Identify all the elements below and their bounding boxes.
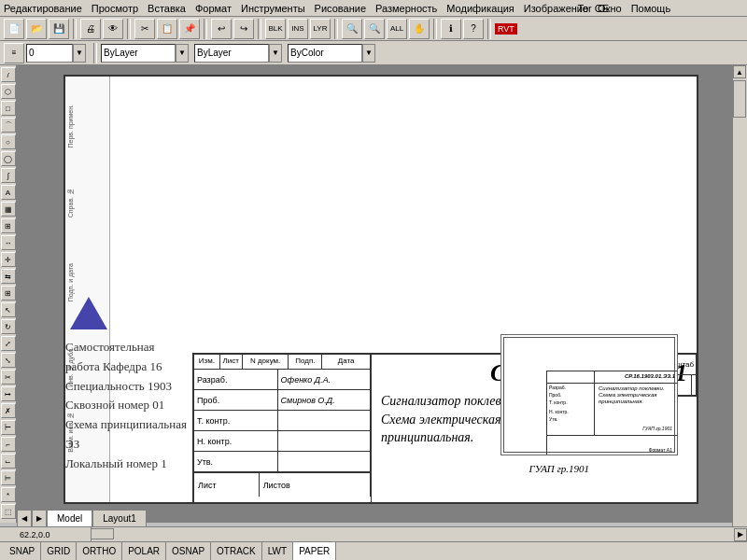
fillet-btn[interactable]: ⌐ <box>1 437 16 452</box>
menu-edit[interactable]: Редактирование <box>4 3 82 14</box>
bylayer2-dropdown[interactable]: ByLayer <box>194 44 269 63</box>
menu-bar: Редактирование Просмотр Вставка Формат И… <box>0 0 747 17</box>
mirror-btn[interactable]: ⇆ <box>1 269 16 284</box>
cell-nkontr-value <box>278 431 371 451</box>
copy-button[interactable]: 📋 <box>157 19 177 39</box>
row-tkontr: Т. контр. <box>194 411 371 431</box>
status-snap[interactable]: SNAP <box>4 542 41 560</box>
new-button[interactable]: 📄 <box>4 19 24 39</box>
menu-tools[interactable]: Инструменты <box>241 3 305 14</box>
tab-bar: ◀ ▶ Model Layout1 <box>17 508 147 526</box>
layer-btn[interactable]: ≡ <box>4 43 24 63</box>
insert-button[interactable]: INS <box>288 19 308 39</box>
zoom-all-button[interactable]: ALL <box>387 19 407 39</box>
col-list: Лист <box>220 353 243 369</box>
cell-tkontr-label: Т. контр. <box>194 411 278 430</box>
break-btn[interactable]: ⊢ <box>1 420 16 435</box>
drawing-sheet: Перв. примен. Справ. № Подп. и дата Инв.… <box>63 75 698 504</box>
stretch-btn[interactable]: ⤡ <box>1 353 16 368</box>
status-lwt[interactable]: LWT <box>262 542 293 560</box>
menu-format[interactable]: Формат <box>195 3 232 14</box>
move-btn[interactable]: ↖ <box>1 302 16 317</box>
status-paper[interactable]: PAPER <box>293 542 336 560</box>
offset-btn[interactable]: ⊨ <box>1 470 16 485</box>
scroll-up-btn[interactable]: ▲ <box>733 65 746 78</box>
tab-nav-right[interactable]: ▶ <box>32 510 47 526</box>
tab-layout1[interactable]: Layout1 <box>92 510 147 526</box>
insert-block-btn[interactable]: ⊞ <box>1 218 16 233</box>
draw-line-btn[interactable]: / <box>1 67 16 82</box>
scroll-right-btn[interactable]: ▶ <box>734 528 747 541</box>
zoom-window-btn[interactable]: ⬚ <box>1 504 16 519</box>
menu-dimension[interactable]: Размерность <box>375 3 437 14</box>
preview-button[interactable]: 👁 <box>103 19 123 39</box>
draw-hatch-btn[interactable]: ▦ <box>1 202 16 217</box>
explode-btn[interactable]: * <box>1 487 16 502</box>
status-polar[interactable]: POLAR <box>122 542 166 560</box>
bycolor-combo-group: ByColor ▼ <box>288 44 375 63</box>
separator-7 <box>487 19 491 39</box>
draw-text-btn[interactable]: A <box>1 185 16 200</box>
tab-model[interactable]: Model <box>47 510 92 526</box>
bylayer1-arrow[interactable]: ▼ <box>176 44 189 63</box>
scale-btn[interactable]: ⤢ <box>1 336 16 351</box>
menu-draw[interactable]: Рисование <box>315 3 366 14</box>
menu-insert[interactable]: Вставка <box>148 3 186 14</box>
save-button[interactable]: 💾 <box>49 19 69 39</box>
layer-dropdown[interactable]: 0 <box>26 44 73 63</box>
pan-button[interactable]: ✋ <box>409 19 430 39</box>
zoom-in-button[interactable]: 🔍 <box>342 19 362 39</box>
properties-button[interactable]: ℹ <box>441 19 461 39</box>
tor-ce-label: Tor CE <box>577 0 609 17</box>
print-button[interactable]: 🖨 <box>80 19 101 39</box>
paste-button[interactable]: 📌 <box>179 19 200 39</box>
draw-arc-btn[interactable]: ⌒ <box>1 118 16 133</box>
bylayer2-arrow[interactable]: ▼ <box>269 44 282 63</box>
cell-razrab-name: Офенко Д.А. <box>278 370 371 389</box>
menu-help[interactable]: Помощь <box>631 3 671 14</box>
open-button[interactable]: 📂 <box>26 19 47 39</box>
menu-modify[interactable]: Модификация <box>446 3 514 14</box>
array-btn[interactable]: ⊞ <box>1 286 16 301</box>
menu-view[interactable]: Просмотр <box>92 3 138 14</box>
bycolor-dropdown[interactable]: ByColor <box>288 44 362 63</box>
separator-5 <box>334 19 338 39</box>
status-ortho[interactable]: ORTHO <box>77 542 122 560</box>
undo-button[interactable]: ↩ <box>211 19 232 39</box>
draw-rect-btn[interactable]: □ <box>1 101 16 116</box>
draw-spline-btn[interactable]: ∫ <box>1 168 16 183</box>
scroll-thumb-v[interactable] <box>733 80 746 118</box>
dimension-btn[interactable]: ↔ <box>1 235 16 250</box>
status-grid[interactable]: GRID <box>41 542 77 560</box>
layer-dropdown-arrow[interactable]: ▼ <box>73 44 86 63</box>
canvas-area[interactable]: Перв. примен. Справ. № Подп. и дата Инв.… <box>17 65 747 523</box>
separator-2 <box>127 19 131 39</box>
extend-btn[interactable]: ↦ <box>1 386 16 401</box>
help-button[interactable]: ? <box>463 19 484 39</box>
trim-btn[interactable]: ✂ <box>1 370 16 385</box>
col-ndokum: N докум. <box>243 353 289 369</box>
cell-utv-label: Утв. <box>194 452 278 471</box>
layer-mgr-button[interactable]: LYR <box>310 19 331 39</box>
chamfer-btn[interactable]: ⌙ <box>1 454 16 469</box>
bylayer1-dropdown[interactable]: ByLayer <box>101 44 176 63</box>
cut-button[interactable]: ✂ <box>134 19 155 39</box>
thumbnail-preview: СР.16.1903.01.ЭЗ.1 Сигнализатор поклевки… <box>500 334 678 455</box>
draw-circle-btn[interactable]: ○ <box>1 134 16 149</box>
draw-ellipse-btn[interactable]: ◯ <box>1 151 16 166</box>
snap-btn[interactable]: ✛ <box>1 252 16 267</box>
separator-8 <box>93 43 97 63</box>
rotate-btn[interactable]: ↻ <box>1 319 16 334</box>
toolbar-2: ≡ 0 ▼ ByLayer ▼ ByLayer ▼ ByColor ▼ <box>0 41 747 65</box>
zoom-out-button[interactable]: 🔍 <box>364 19 385 39</box>
vertical-scrollbar[interactable]: ▲ <box>732 65 747 526</box>
draw-poly-btn[interactable]: ⬡ <box>1 84 16 99</box>
block-button[interactable]: BLK <box>265 19 286 39</box>
horizontal-scrollbar[interactable]: ◀ ▶ <box>17 526 747 541</box>
erase-btn[interactable]: ✗ <box>1 403 16 418</box>
tab-nav-left[interactable]: ◀ <box>17 510 32 526</box>
status-otrack[interactable]: OTRACK <box>211 542 262 560</box>
redo-button[interactable]: ↪ <box>233 19 254 39</box>
bycolor-arrow[interactable]: ▼ <box>362 44 375 63</box>
status-osnap[interactable]: OSNAP <box>166 542 211 560</box>
